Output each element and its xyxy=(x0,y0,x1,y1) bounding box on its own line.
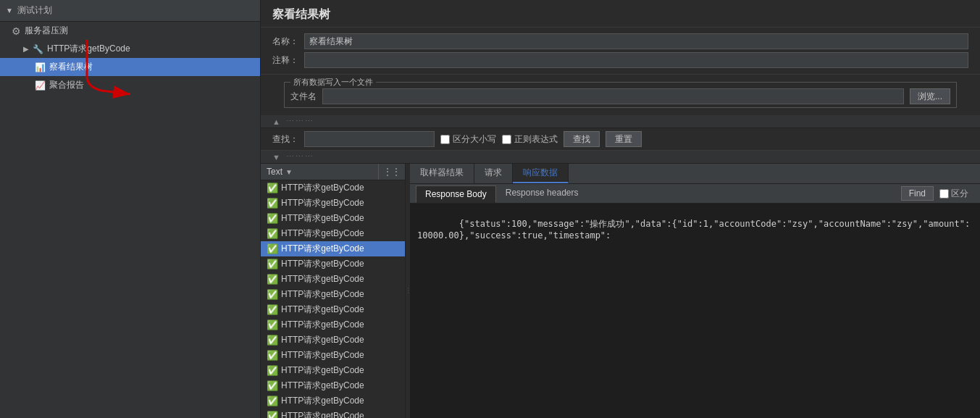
list-icon-btn-1[interactable]: ⋮⋮ xyxy=(379,164,405,179)
list-item[interactable]: ✅ HTTP请求getByCode xyxy=(261,363,405,378)
status-icon-ok: ✅ xyxy=(267,259,278,269)
tab-response-data[interactable]: 响应数据 xyxy=(513,164,569,183)
list-item[interactable]: ✅ HTTP请求getByCode xyxy=(261,409,405,418)
list-item[interactable]: ✅ HTTP请求getByCode xyxy=(261,317,405,333)
sidebar-item-aggregate[interactable]: 📈 聚合报告 xyxy=(0,76,260,94)
status-icon-ok: ✅ xyxy=(267,274,278,285)
list-item[interactable]: ✅ HTTP请求getByCode xyxy=(261,378,405,393)
status-icon-ok: ✅ xyxy=(267,319,278,330)
list-item[interactable]: ✅ HTTP请求getByCode xyxy=(261,180,405,196)
find-checkbox-group: 区分 xyxy=(939,188,968,200)
page-title: 察看结果树 xyxy=(261,0,980,28)
sidebar-top-label: 测试计划 xyxy=(17,4,52,17)
list-item[interactable]: ✅ HTTP请求getByCode xyxy=(261,333,405,348)
response-content: {"status":100,"message":"操作成功","data":{"… xyxy=(410,204,980,418)
comment-input[interactable] xyxy=(304,52,968,68)
list-item[interactable]: ✅ HTTP请求getByCode xyxy=(261,348,405,363)
list-item[interactable]: ✅ HTTP请求getByCode xyxy=(261,196,405,211)
status-icon-ok: ✅ xyxy=(267,365,278,376)
list-item[interactable]: ✅ HTTP请求getByCode xyxy=(261,211,405,226)
comment-label: 注释： xyxy=(272,54,298,67)
status-icon-ok: ✅ xyxy=(267,243,278,254)
status-icon-ok: ✅ xyxy=(267,350,278,361)
case-checkbox[interactable] xyxy=(440,135,450,144)
status-icon-ok: ✅ xyxy=(267,289,278,300)
main-content: 察看结果树 名称： 注释： 所有数据写入一个文件 文件名 浏览... 显示日志内… xyxy=(261,0,980,418)
results-area: Text ▼ ⋮⋮ ✅ HTTP请求getByCode ✅ HTTP请求getB… xyxy=(261,164,980,418)
status-icon-ok: ✅ xyxy=(267,213,278,224)
main-tabs-bar: 取样器结果 请求 响应数据 xyxy=(410,164,980,184)
sidebar-item-http[interactable]: ▶ 🔧 HTTP请求getByCode xyxy=(0,40,260,58)
response-toolbar: Find 区分 xyxy=(895,184,974,203)
regex-checkbox[interactable] xyxy=(502,135,511,144)
collapse-bar-top[interactable]: ▲ ⋯⋯⋯ xyxy=(261,115,980,128)
chart-icon: 📈 xyxy=(35,80,46,91)
list-panel-header: Text ▼ ⋮⋮ xyxy=(261,164,405,180)
file-section-legend: 所有数据写入一个文件 xyxy=(290,77,376,88)
file-label: 文件名 xyxy=(290,91,317,103)
status-icon-ok: ✅ xyxy=(267,304,278,315)
name-row: 名称： xyxy=(272,33,968,49)
sidebar-aggregate-label: 聚合报告 xyxy=(49,79,84,91)
status-icon-ok: ✅ xyxy=(267,411,278,418)
list-panel-icons: ⋮⋮ xyxy=(379,164,405,179)
list-item[interactable]: ✅ HTTP请求getByCode xyxy=(261,302,405,317)
list-item[interactable]: ✅ HTTP请求getByCode xyxy=(261,272,405,287)
comment-row: 注释： xyxy=(272,52,968,68)
search-bar: 查找： 区分大小写 正则表达式 查找 重置 xyxy=(261,128,980,151)
sidebar-item-result-tree[interactable]: 📊 察看结果树 xyxy=(0,58,260,76)
right-panel: 取样器结果 请求 响应数据 Response Body xyxy=(410,164,980,418)
status-icon-ok: ✅ xyxy=(267,198,278,209)
list-panel: Text ▼ ⋮⋮ ✅ HTTP请求getByCode ✅ HTTP请求getB… xyxy=(261,164,406,418)
sidebar-item-server[interactable]: ⚙ 服务器压测 xyxy=(0,22,260,40)
file-section: 所有数据写入一个文件 文件名 浏览... xyxy=(284,82,957,108)
tab-request[interactable]: 请求 xyxy=(474,164,513,183)
status-icon-ok: ✅ xyxy=(267,380,278,391)
file-input[interactable] xyxy=(322,88,904,104)
find-button[interactable]: Find xyxy=(901,186,934,201)
list-item[interactable]: ✅ HTTP请求getByCode xyxy=(261,287,405,302)
dropdown-button[interactable]: Text ▼ xyxy=(261,164,379,180)
status-icon-ok: ✅ xyxy=(267,335,278,346)
tab-sampler-results[interactable]: 取样器结果 xyxy=(410,164,474,183)
collapse-arrow-up: ▲ xyxy=(272,117,280,126)
list-item[interactable]: ✅ HTTP请求getByCode xyxy=(261,226,405,241)
sidebar-server-label: 服务器压测 xyxy=(25,25,68,37)
response-tab-headers[interactable]: Response headers xyxy=(496,184,588,203)
search-label: 查找： xyxy=(272,133,298,146)
list-item-selected[interactable]: ✅ HTTP请求getByCode xyxy=(261,241,405,256)
response-section: Response Body Response headers Find 区分 xyxy=(410,184,980,204)
regex-checkbox-group: 正则表达式 xyxy=(502,133,558,146)
search-button[interactable]: 查找 xyxy=(564,131,600,147)
search-input[interactable] xyxy=(304,131,435,147)
name-input[interactable] xyxy=(304,33,968,49)
case-checkbox-group: 区分大小写 xyxy=(440,133,496,146)
collapse-bar-bottom[interactable]: ▼ ⋯⋯⋯ xyxy=(261,151,980,164)
status-icon-ok: ✅ xyxy=(267,228,278,239)
list-item[interactable]: ✅ HTTP请求getByCode xyxy=(261,393,405,409)
file-row: 文件名 浏览... xyxy=(290,85,950,104)
wrench-icon: 🔧 xyxy=(33,44,43,54)
response-tab-body[interactable]: Response Body xyxy=(416,185,496,203)
reset-button[interactable]: 重置 xyxy=(606,131,642,147)
response-tabs: Response Body Response headers xyxy=(416,184,587,203)
regex-label: 正则表达式 xyxy=(514,133,558,146)
name-label: 名称： xyxy=(272,35,298,48)
status-icon-ok: ✅ xyxy=(267,396,278,406)
dropdown-label: Text xyxy=(267,167,282,177)
list-items-container: ✅ HTTP请求getByCode ✅ HTTP请求getByCode ✅ HT… xyxy=(261,180,405,418)
triangle-icon: ▼ xyxy=(6,7,13,14)
sidebar: ▼ 测试计划 ⚙ 服务器压测 ▶ 🔧 HTTP请求getByCode 📊 察看结… xyxy=(0,0,261,418)
list-item[interactable]: ✅ HTTP请求getByCode xyxy=(261,256,405,272)
sidebar-top-header: ▼ 测试计划 xyxy=(0,0,260,22)
collapse-arrow-down: ▼ xyxy=(272,153,280,162)
gear-icon: ⚙ xyxy=(12,25,21,37)
sidebar-http-label: HTTP请求getByCode xyxy=(47,43,130,55)
dropdown-arrow-icon: ▼ xyxy=(285,168,293,176)
sidebar-result-tree-label: 察看结果树 xyxy=(49,61,93,73)
browse-button[interactable]: 浏览... xyxy=(910,88,950,104)
status-icon-ok: ✅ xyxy=(267,183,278,193)
find-case-checkbox[interactable] xyxy=(939,189,949,198)
graph-icon: 📊 xyxy=(35,62,46,72)
form-section: 名称： 注释： xyxy=(261,28,980,75)
